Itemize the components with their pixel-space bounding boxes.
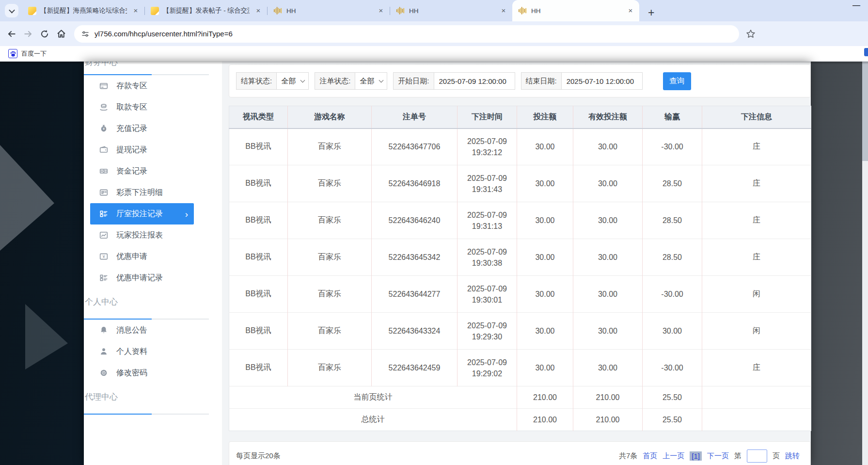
window-minimize-button[interactable]: — [852, 1, 860, 10]
table-cell: 庄 [702, 202, 811, 239]
prev-page-link[interactable]: 上一页 [663, 451, 684, 461]
summary-cell: 210.00 [517, 409, 573, 431]
table-cell: 522643643324 [372, 313, 458, 350]
order-status-select[interactable]: 全部 [355, 72, 387, 90]
sidebar-item-优惠申请记录[interactable]: 优惠申请记录 [84, 267, 222, 289]
browser-tab[interactable]: HH× [268, 0, 390, 21]
sidebar: 财务中心存款专区取款专区¥充值记录提现记录资金记录彩票下注明细厅室投注记录›玩家… [84, 62, 222, 465]
summary-label: 总统计 [229, 409, 517, 431]
forward-icon[interactable] [23, 29, 33, 39]
sidebar-item-label: 厅室投注记录 [116, 209, 163, 219]
table-cell: 庄 [702, 128, 811, 165]
chevron-down-icon [379, 78, 384, 83]
url-omnibox[interactable]: yl756.com/hhcp/usercenter.html?iniType=6 [74, 25, 739, 43]
sidebar-item-label: 优惠申请 [116, 252, 147, 262]
browser-tab[interactable]: HH× [390, 0, 512, 21]
next-page-link[interactable]: 下一页 [707, 451, 729, 461]
column-header: 输赢 [643, 106, 702, 128]
voucher-icon: ¥ [99, 252, 108, 261]
page-scrollbar[interactable] [862, 62, 868, 465]
sidebar-item-存款专区[interactable]: 存款专区 [84, 75, 222, 96]
tab-close-icon[interactable]: × [626, 6, 635, 16]
bookmark-star-icon[interactable] [746, 29, 756, 39]
sidebar-item-label: 提现记录 [116, 145, 147, 155]
records-icon [99, 273, 108, 282]
browser-tab[interactable]: HH× [512, 0, 639, 21]
main-area: 结算状态: 全部 注单状态: 全部 开始日期: 2025-07-09 12:00… [222, 62, 811, 465]
sidebar-item-消息公告[interactable]: 消息公告 [84, 320, 222, 341]
tab-title: HH [286, 7, 372, 15]
tab-search-chevron-button[interactable] [5, 4, 18, 17]
table-cell: 30.00 [517, 239, 573, 276]
person-icon [99, 347, 108, 356]
table-cell: 庄 [702, 165, 811, 202]
summary-cell [702, 409, 811, 431]
baidu-paw-icon [8, 49, 17, 58]
summary-cell: 210.00 [573, 409, 643, 431]
money-bag-icon: ¥ [99, 124, 108, 133]
sidebar-item-资金记录[interactable]: 资金记录 [84, 160, 222, 182]
sidebar-item-取款专区[interactable]: 取款专区 [84, 96, 222, 118]
table-cell: BB视讯 [229, 239, 288, 276]
first-page-link[interactable]: 首页 [643, 451, 657, 461]
search-button[interactable]: 查询 [663, 72, 691, 90]
tab-title: 【新提醒】海燕策略论坛综合交 [40, 6, 127, 15]
sidebar-item-个人资料[interactable]: 个人资料 [84, 341, 222, 362]
home-icon[interactable] [56, 29, 66, 39]
summary-row: 总统计210.00210.0025.50 [229, 409, 811, 431]
sidebar-item-label: 充值记录 [116, 124, 147, 134]
reload-icon[interactable] [40, 29, 49, 39]
sidebar-item-label: 玩家投注报表 [116, 230, 163, 241]
back-icon[interactable] [7, 29, 16, 39]
section-underline [84, 414, 209, 415]
sidebar-item-修改密码[interactable]: 修改密码 [84, 362, 222, 384]
bet-time-cell: 2025-07-0919:32:12 [458, 128, 517, 165]
sidebar-item-充值记录[interactable]: ¥充值记录 [84, 118, 222, 139]
browser-tab[interactable]: 【新提醒】海燕策略论坛综合交× [22, 0, 144, 21]
bet-time-cell: 2025-07-0919:31:43 [458, 165, 517, 202]
table-cell: 30.00 [573, 128, 643, 165]
browser-tab[interactable]: 【新提醒】发表帖子 - 综合交流× [145, 0, 267, 21]
table-cell: 30.00 [517, 128, 573, 165]
card-icon [99, 81, 108, 90]
current-page-badge[interactable]: [1] [690, 451, 702, 461]
tab-close-icon[interactable]: × [253, 6, 263, 16]
sidebar-item-厅室投注记录[interactable]: 厅室投注记录› [90, 203, 194, 224]
sidebar-item-彩票下注明细[interactable]: 彩票下注明细 [84, 182, 222, 203]
bookmark-label[interactable]: 百度一下 [21, 49, 47, 58]
tab-close-icon[interactable]: × [131, 6, 141, 16]
page-jump-input[interactable] [747, 449, 767, 463]
site-info-icon[interactable] [81, 30, 90, 38]
sidebar-item-优惠申请[interactable]: ¥优惠申请 [84, 246, 222, 267]
table-row: BB视讯百家乐5226436442772025-07-0919:30:0130.… [229, 276, 811, 313]
start-date-input[interactable]: 2025-07-09 12:00:00 [434, 72, 515, 90]
sidebar-item-label: 个人资料 [116, 347, 147, 357]
table-row: BB视讯百家乐5226436433242025-07-0919:29:3030.… [229, 313, 811, 350]
end-date-input[interactable]: 2025-07-10 12:00:00 [561, 72, 643, 90]
scrollbar-thumb[interactable] [862, 62, 868, 161]
settle-status-select[interactable]: 全部 [276, 72, 309, 90]
tab-close-icon[interactable]: × [499, 6, 508, 16]
column-header: 下注信息 [702, 106, 811, 128]
yellow-note-favicon [151, 7, 159, 15]
column-header: 注单号 [372, 106, 458, 128]
new-tab-button[interactable]: + [648, 7, 654, 21]
sidebar-item-label: 存款专区 [116, 81, 147, 91]
table-cell: 30.00 [573, 313, 643, 350]
jump-button[interactable]: 跳转 [785, 451, 800, 461]
settle-status-label: 结算状态: [236, 72, 276, 90]
edge-panel-icon[interactable] [864, 48, 868, 56]
summary-cell: 210.00 [517, 386, 573, 409]
table-cell: 闲 [702, 276, 811, 313]
chevron-down-icon [300, 78, 305, 83]
tab-close-icon[interactable]: × [376, 6, 386, 16]
summary-cell: 210.00 [573, 386, 643, 409]
grid-list-icon [99, 209, 108, 218]
sidebar-item-提现记录[interactable]: 提现记录 [84, 139, 222, 160]
url-text[interactable]: yl756.com/hhcp/usercenter.html?iniType=6 [95, 30, 233, 38]
browser-toolbar: yl756.com/hhcp/usercenter.html?iniType=6 [0, 21, 868, 46]
sidebar-item-玩家投注报表[interactable]: 玩家投注报表 [84, 224, 222, 246]
tab-title: HH [531, 7, 622, 15]
summary-row: 当前页统计210.00210.0025.50 [229, 386, 811, 409]
table-cell: 30.00 [573, 276, 643, 313]
